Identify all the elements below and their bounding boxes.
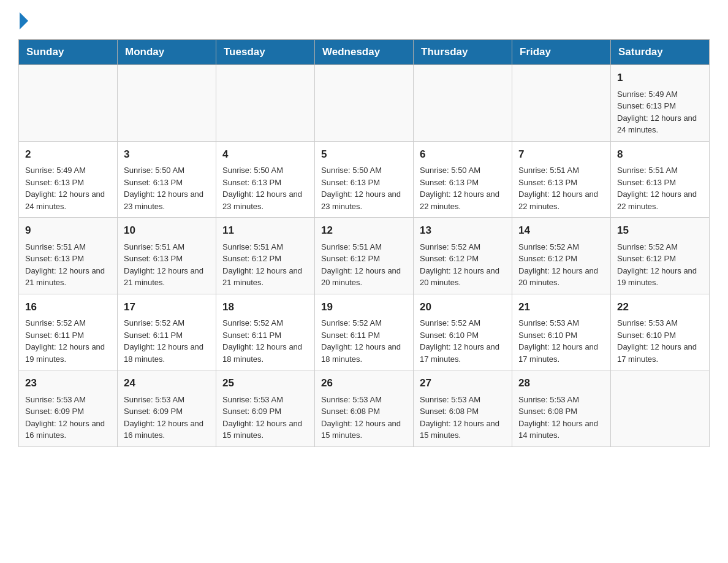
table-row <box>315 65 414 142</box>
day-info: Sunrise: 5:51 AM Sunset: 6:13 PM Dayligh… <box>25 241 111 289</box>
day-number: 15 <box>617 223 703 239</box>
day-info: Sunrise: 5:53 AM Sunset: 6:09 PM Dayligh… <box>124 394 210 442</box>
day-info: Sunrise: 5:51 AM Sunset: 6:13 PM Dayligh… <box>617 164 703 212</box>
table-row: 10Sunrise: 5:51 AM Sunset: 6:13 PM Dayli… <box>118 218 216 294</box>
day-info: Sunrise: 5:53 AM Sunset: 6:10 PM Dayligh… <box>518 317 604 365</box>
day-number: 11 <box>222 223 308 239</box>
page-header <box>18 12 710 29</box>
day-info: Sunrise: 5:52 AM Sunset: 6:11 PM Dayligh… <box>222 317 308 365</box>
table-row: 14Sunrise: 5:52 AM Sunset: 6:12 PM Dayli… <box>512 218 611 294</box>
table-row <box>19 65 118 142</box>
day-number: 4 <box>222 147 308 163</box>
day-number: 20 <box>420 299 506 315</box>
day-info: Sunrise: 5:53 AM Sunset: 6:08 PM Dayligh… <box>518 394 604 442</box>
day-number: 21 <box>518 299 604 315</box>
day-number: 18 <box>222 299 308 315</box>
table-row <box>611 370 710 447</box>
table-row: 4Sunrise: 5:50 AM Sunset: 6:13 PM Daylig… <box>216 141 315 218</box>
table-row: 9Sunrise: 5:51 AM Sunset: 6:13 PM Daylig… <box>19 218 118 294</box>
table-row: 17Sunrise: 5:52 AM Sunset: 6:11 PM Dayli… <box>118 294 216 370</box>
day-number: 10 <box>124 223 210 239</box>
col-monday: Monday <box>118 40 216 65</box>
day-info: Sunrise: 5:52 AM Sunset: 6:11 PM Dayligh… <box>124 317 210 365</box>
day-number: 27 <box>420 375 506 391</box>
table-row: 15Sunrise: 5:52 AM Sunset: 6:12 PM Dayli… <box>611 218 710 294</box>
calendar-week-row: 16Sunrise: 5:52 AM Sunset: 6:11 PM Dayli… <box>19 294 710 370</box>
calendar-header-row: Sunday Monday Tuesday Wednesday Thursday… <box>19 40 710 65</box>
day-number: 16 <box>25 299 111 315</box>
table-row: 5Sunrise: 5:50 AM Sunset: 6:13 PM Daylig… <box>315 141 414 218</box>
day-number: 23 <box>25 375 111 391</box>
col-friday: Friday <box>512 40 611 65</box>
day-number: 2 <box>25 147 111 163</box>
day-info: Sunrise: 5:52 AM Sunset: 6:12 PM Dayligh… <box>617 241 703 289</box>
day-info: Sunrise: 5:51 AM Sunset: 6:13 PM Dayligh… <box>124 241 210 289</box>
day-info: Sunrise: 5:51 AM Sunset: 6:12 PM Dayligh… <box>321 241 407 289</box>
table-row: 13Sunrise: 5:52 AM Sunset: 6:12 PM Dayli… <box>414 218 512 294</box>
day-info: Sunrise: 5:53 AM Sunset: 6:08 PM Dayligh… <box>321 394 407 442</box>
day-info: Sunrise: 5:52 AM Sunset: 6:12 PM Dayligh… <box>518 241 604 289</box>
day-number: 28 <box>518 375 604 391</box>
day-info: Sunrise: 5:53 AM Sunset: 6:09 PM Dayligh… <box>222 394 308 442</box>
day-info: Sunrise: 5:53 AM Sunset: 6:08 PM Dayligh… <box>420 394 506 442</box>
day-info: Sunrise: 5:53 AM Sunset: 6:09 PM Dayligh… <box>25 394 111 442</box>
table-row: 23Sunrise: 5:53 AM Sunset: 6:09 PM Dayli… <box>19 370 118 447</box>
day-info: Sunrise: 5:50 AM Sunset: 6:13 PM Dayligh… <box>321 164 407 212</box>
day-info: Sunrise: 5:49 AM Sunset: 6:13 PM Dayligh… <box>617 88 703 136</box>
table-row: 6Sunrise: 5:50 AM Sunset: 6:13 PM Daylig… <box>414 141 512 218</box>
day-info: Sunrise: 5:50 AM Sunset: 6:13 PM Dayligh… <box>124 164 210 212</box>
day-number: 1 <box>617 70 703 86</box>
col-sunday: Sunday <box>19 40 118 65</box>
day-info: Sunrise: 5:49 AM Sunset: 6:13 PM Dayligh… <box>25 164 111 212</box>
day-info: Sunrise: 5:52 AM Sunset: 6:10 PM Dayligh… <box>420 317 506 365</box>
day-number: 9 <box>25 223 111 239</box>
calendar-week-row: 1Sunrise: 5:49 AM Sunset: 6:13 PM Daylig… <box>19 65 710 142</box>
table-row: 1Sunrise: 5:49 AM Sunset: 6:13 PM Daylig… <box>611 65 710 142</box>
table-row <box>216 65 315 142</box>
day-info: Sunrise: 5:50 AM Sunset: 6:13 PM Dayligh… <box>222 164 308 212</box>
day-info: Sunrise: 5:50 AM Sunset: 6:13 PM Dayligh… <box>420 164 506 212</box>
table-row: 22Sunrise: 5:53 AM Sunset: 6:10 PM Dayli… <box>611 294 710 370</box>
table-row: 2Sunrise: 5:49 AM Sunset: 6:13 PM Daylig… <box>19 141 118 218</box>
table-row: 28Sunrise: 5:53 AM Sunset: 6:08 PM Dayli… <box>512 370 611 447</box>
day-number: 6 <box>420 147 506 163</box>
day-info: Sunrise: 5:53 AM Sunset: 6:10 PM Dayligh… <box>617 317 703 365</box>
table-row: 25Sunrise: 5:53 AM Sunset: 6:09 PM Dayli… <box>216 370 315 447</box>
day-info: Sunrise: 5:52 AM Sunset: 6:11 PM Dayligh… <box>321 317 407 365</box>
logo-triangle-icon <box>20 12 28 29</box>
col-wednesday: Wednesday <box>315 40 414 65</box>
day-number: 17 <box>124 299 210 315</box>
table-row: 19Sunrise: 5:52 AM Sunset: 6:11 PM Dayli… <box>315 294 414 370</box>
table-row: 3Sunrise: 5:50 AM Sunset: 6:13 PM Daylig… <box>118 141 216 218</box>
calendar-week-row: 23Sunrise: 5:53 AM Sunset: 6:09 PM Dayli… <box>19 370 710 447</box>
table-row: 21Sunrise: 5:53 AM Sunset: 6:10 PM Dayli… <box>512 294 611 370</box>
calendar-table: Sunday Monday Tuesday Wednesday Thursday… <box>18 39 710 447</box>
day-number: 25 <box>222 375 308 391</box>
table-row: 16Sunrise: 5:52 AM Sunset: 6:11 PM Dayli… <box>19 294 118 370</box>
day-number: 19 <box>321 299 407 315</box>
calendar-week-row: 2Sunrise: 5:49 AM Sunset: 6:13 PM Daylig… <box>19 141 710 218</box>
day-number: 8 <box>617 147 703 163</box>
table-row: 27Sunrise: 5:53 AM Sunset: 6:08 PM Dayli… <box>414 370 512 447</box>
table-row: 7Sunrise: 5:51 AM Sunset: 6:13 PM Daylig… <box>512 141 611 218</box>
day-number: 12 <box>321 223 407 239</box>
table-row <box>512 65 611 142</box>
day-number: 26 <box>321 375 407 391</box>
logo <box>18 12 29 29</box>
day-number: 13 <box>420 223 506 239</box>
table-row: 11Sunrise: 5:51 AM Sunset: 6:12 PM Dayli… <box>216 218 315 294</box>
day-number: 3 <box>124 147 210 163</box>
day-number: 7 <box>518 147 604 163</box>
col-thursday: Thursday <box>414 40 512 65</box>
day-number: 14 <box>518 223 604 239</box>
day-info: Sunrise: 5:52 AM Sunset: 6:12 PM Dayligh… <box>420 241 506 289</box>
day-number: 5 <box>321 147 407 163</box>
table-row: 24Sunrise: 5:53 AM Sunset: 6:09 PM Dayli… <box>118 370 216 447</box>
table-row: 12Sunrise: 5:51 AM Sunset: 6:12 PM Dayli… <box>315 218 414 294</box>
col-saturday: Saturday <box>611 40 710 65</box>
day-info: Sunrise: 5:51 AM Sunset: 6:13 PM Dayligh… <box>518 164 604 212</box>
table-row <box>414 65 512 142</box>
day-info: Sunrise: 5:51 AM Sunset: 6:12 PM Dayligh… <box>222 241 308 289</box>
table-row: 20Sunrise: 5:52 AM Sunset: 6:10 PM Dayli… <box>414 294 512 370</box>
day-number: 24 <box>124 375 210 391</box>
